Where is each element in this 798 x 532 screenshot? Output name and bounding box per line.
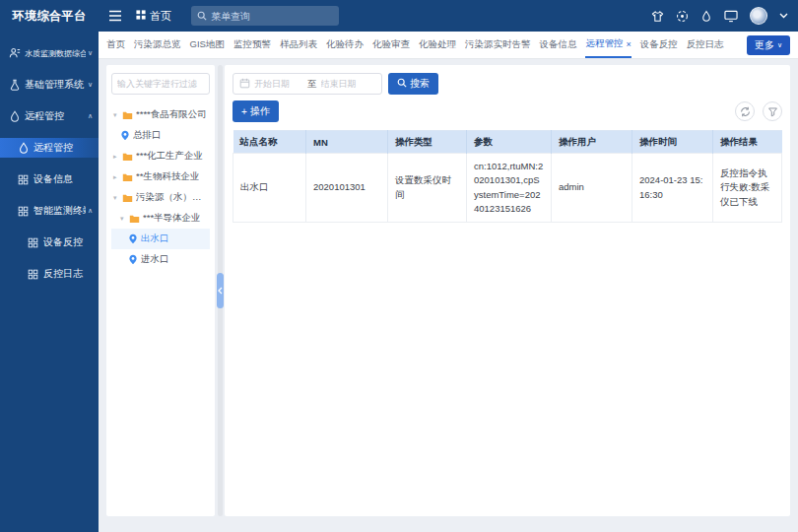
tabs: 首页 污染源总览 GIS地图 监控预警 样品列表 化验待办 化验审查 化验处理 … (106, 32, 747, 58)
grid-icon (27, 236, 39, 249)
more-button[interactable]: 更多 ∨ (747, 35, 790, 55)
hamburger-menu-icon[interactable] (108, 10, 122, 22)
more-label: 更多 (755, 38, 774, 52)
chevron-down-icon: ∨ (777, 41, 782, 49)
search-button-label: 搜索 (410, 77, 430, 91)
caret-down-icon[interactable]: ▾ (113, 194, 122, 202)
table-row[interactable]: 出水口 2020101301 设置数采仪时间 cn:1012,rtuMN:202… (233, 154, 782, 223)
folder-icon (122, 110, 133, 120)
tab-sample-list[interactable]: 样品列表 (280, 32, 317, 58)
sidebar-item-water-quality-analysis[interactable]: 水质监测数据综合分析 ∨ (0, 43, 99, 63)
sidebar-item-reverse-control-log[interactable]: 反控日志 (0, 264, 99, 284)
cell-op-type: 设置数采仪时间 (388, 154, 467, 223)
column-settings-button[interactable] (763, 101, 782, 121)
sidebar-item-label: 远程管控 (33, 141, 93, 155)
tab-device-info[interactable]: 设备信息 (539, 32, 576, 58)
grid-icon (17, 173, 30, 186)
search-button[interactable]: 搜索 (388, 73, 438, 95)
caret-right-icon[interactable]: ▸ (113, 153, 122, 161)
tab-bar: 首页 污染源总览 GIS地图 监控预警 样品列表 化验待办 化验审查 化验处理 … (99, 32, 798, 59)
tab-gis-map[interactable]: GIS地图 (190, 32, 225, 58)
column-header-params: 参数 (467, 131, 552, 154)
folder-icon (122, 193, 133, 203)
sidebar: 环境综合平台 水质监测数据综合分析 ∨ 基础管理系统 ∨ 远程管控 ∧ (0, 0, 99, 532)
table-header-row: 站点名称 MN 操作类型 参数 操作用户 操作时间 操作结果 (233, 131, 782, 154)
layout-icon[interactable] (676, 10, 689, 23)
header-icons (651, 7, 788, 25)
sidebar-item-label: 基础管理系统 (25, 78, 86, 92)
site-tree-panel: ▾ ****食品有限公司 总排口 ▸ (106, 65, 215, 516)
theme-shirt-icon[interactable] (651, 10, 664, 23)
sidebar-item-base-management[interactable]: 基础管理系统 ∨ (0, 75, 99, 95)
chevron-down-icon: ∨ (88, 81, 93, 89)
tree-node-main-outlet[interactable]: 总排口 (111, 125, 210, 146)
tab-lab-review[interactable]: 化验审查 (372, 32, 410, 58)
workspace: ▾ ****食品有限公司 总排口 ▸ (99, 59, 798, 532)
chevron-down-icon[interactable] (779, 13, 788, 19)
plus-icon: + (241, 106, 247, 117)
tree-node-chemical-company[interactable]: ▸ ***化工生产企业 (111, 146, 210, 166)
tree-node-inlet[interactable]: 进水口 (111, 249, 210, 270)
tree-node-label: 污染源（水）环保局 (136, 191, 210, 204)
caret-down-icon[interactable]: ▾ (113, 111, 122, 119)
sidebar-item-device-info[interactable]: 设备信息 (0, 169, 99, 189)
grid-icon (27, 268, 39, 281)
tree-node-biotech-company[interactable]: ▸ **生物科技企业 (111, 166, 210, 187)
collapse-handle[interactable] (217, 273, 224, 308)
cell-op-time: 2024-01-23 15:16:30 (632, 154, 713, 223)
tab-home[interactable]: 首页 (106, 32, 125, 58)
sidebar-item-label: 设备反控 (43, 235, 93, 249)
map-pin-icon (120, 130, 130, 141)
tab-remote-control-active[interactable]: 远程管控 × (585, 32, 631, 58)
filter-row: 至 搜索 (233, 73, 782, 95)
tree-node-epa-water[interactable]: ▾ 污染源（水）环保局 (111, 187, 210, 208)
droplet-icon (17, 142, 30, 155)
operate-button[interactable]: + 操作 (233, 100, 279, 122)
folder-icon (122, 172, 133, 182)
column-header-op-result: 操作结果 (713, 131, 782, 154)
tree-node-label: 总排口 (133, 129, 162, 142)
start-date-input[interactable] (254, 79, 303, 89)
tab-pollution-overview[interactable]: 污染源总览 (134, 32, 181, 58)
chevron-down-icon: ∨ (88, 49, 93, 57)
tree-node-outlet-selected[interactable]: 出水口 (111, 229, 210, 249)
fullscreen-monitor-icon[interactable] (724, 10, 738, 23)
caret-down-icon[interactable]: ▾ (120, 215, 129, 223)
sidebar-item-label: 设备信息 (33, 172, 93, 186)
cell-mn: 2020101301 (306, 154, 388, 223)
range-separator: 至 (307, 78, 317, 91)
close-icon[interactable]: × (626, 39, 631, 49)
home-label: 首页 (150, 9, 171, 24)
refresh-button[interactable] (735, 101, 755, 121)
sidebar-item-label: 远程管控 (25, 109, 86, 123)
tree-node-semiconductor-company[interactable]: ▾ ***半导体企业 (111, 208, 210, 229)
tab-monitor-alert[interactable]: 监控预警 (233, 32, 271, 58)
tab-realtime-alarm[interactable]: 污染源实时告警 (465, 32, 531, 58)
date-range-picker[interactable]: 至 (233, 73, 382, 95)
end-date-input[interactable] (321, 79, 370, 89)
sidebar-item-label: 反控日志 (43, 267, 93, 281)
caret-right-icon[interactable]: ▸ (113, 173, 122, 181)
tab-lab-process[interactable]: 化验处理 (419, 32, 456, 58)
folder-icon (122, 152, 133, 162)
menu-search-input[interactable] (211, 11, 333, 22)
tab-lab-todo[interactable]: 化验待办 (326, 32, 364, 58)
folder-icon (129, 214, 140, 224)
calendar-icon (239, 75, 250, 93)
tab-device-reverse-control[interactable]: 设备反控 (640, 32, 678, 58)
sidebar-item-device-reverse-control[interactable]: 设备反控 (0, 233, 99, 252)
map-pin-icon (128, 233, 138, 244)
sidebar-item-smart-terminal[interactable]: 智能监测终端 ∧ (0, 201, 99, 221)
tab-reverse-control-log[interactable]: 反控日志 (687, 32, 724, 58)
home-breadcrumb[interactable]: 首页 (136, 9, 171, 24)
sidebar-item-remote-control-group[interactable]: 远程管控 ∧ (0, 106, 99, 126)
tree-node-food-company[interactable]: ▾ ****食品有限公司 (111, 104, 210, 125)
tab-label: 远程管控 (585, 37, 623, 50)
sidebar-item-remote-control[interactable]: 远程管控 (0, 138, 99, 158)
tree-node-label: ***半导体企业 (143, 212, 201, 225)
column-header-mn: MN (306, 131, 388, 154)
droplet-icon[interactable] (700, 10, 712, 23)
avatar[interactable] (750, 7, 767, 25)
dashboard-icon (136, 10, 146, 22)
tree-filter-input[interactable] (111, 73, 210, 95)
